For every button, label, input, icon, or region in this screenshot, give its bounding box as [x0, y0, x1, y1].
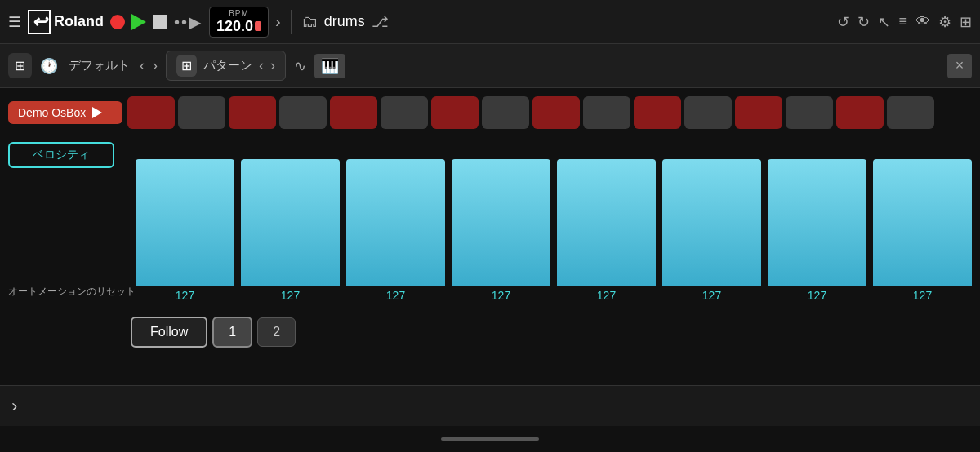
track-play-icon[interactable]: [92, 107, 102, 118]
velocity-column-6[interactable]: 127: [662, 139, 761, 302]
velocity-bar-4: [452, 159, 550, 286]
bpm-indicator: [255, 21, 261, 31]
share-icon[interactable]: ⎇: [372, 13, 389, 31]
bpm-value-row: 120.0: [216, 18, 261, 35]
velocity-value-6: 127: [702, 289, 721, 302]
velocity-value-1: 127: [176, 289, 194, 302]
stop-button[interactable]: [153, 15, 167, 29]
scroll-bar[interactable]: [441, 437, 539, 441]
velocity-column-5[interactable]: 127: [557, 139, 656, 302]
reset-label: オートメーションのリセット: [8, 285, 136, 302]
wave-icon[interactable]: ∿: [294, 57, 306, 75]
preset-name: デフォルト: [66, 58, 131, 73]
bottom-bar: ›: [0, 385, 980, 426]
cursor-icon[interactable]: ↖: [878, 13, 890, 31]
preset-next-button[interactable]: ›: [153, 57, 158, 74]
divider-1: [291, 10, 292, 34]
velocity-bar-7: [768, 159, 866, 286]
velocity-column-3[interactable]: 127: [346, 139, 445, 302]
step-pad-10[interactable]: [583, 96, 630, 129]
roland-text: Roland: [54, 13, 104, 30]
step-sequencer-row: Demo OsBox: [8, 96, 972, 129]
follow-row: Follow 1 2: [8, 308, 972, 356]
grid-view-icon[interactable]: ⊞: [960, 13, 972, 31]
bpm-chevron-right[interactable]: ›: [275, 12, 281, 31]
toolbar-right: ↺ ↻ ↖ ≡ 👁 ⚙ ⊞: [837, 13, 972, 31]
velocity-bar-3: [346, 159, 445, 286]
velocity-value-3: 127: [386, 289, 405, 302]
pattern-prev-button[interactable]: ‹: [259, 57, 264, 74]
expand-icon[interactable]: ›: [11, 396, 17, 417]
step-pad-14[interactable]: [786, 96, 833, 129]
velocity-bars: 127127127127127127127127: [136, 139, 972, 302]
track-label[interactable]: Demo OsBox: [8, 101, 122, 124]
eye-icon[interactable]: 👁: [915, 13, 930, 30]
velocity-tag[interactable]: ベロシティ: [8, 142, 114, 168]
scroll-indicator: [0, 426, 980, 452]
step-pad-6[interactable]: [381, 96, 428, 129]
velocity-bar-2: [241, 159, 340, 286]
redo-button[interactable]: ↻: [858, 13, 870, 31]
pattern-next-button[interactable]: ›: [270, 57, 275, 74]
undo-button[interactable]: ↺: [837, 13, 849, 31]
step-pad-8[interactable]: [482, 96, 529, 129]
velocity-column-1[interactable]: 127: [136, 139, 234, 302]
step-forward-icon[interactable]: ••▶: [174, 12, 203, 32]
step-pad-11[interactable]: [634, 96, 681, 129]
step-pads: [127, 96, 934, 129]
close-button[interactable]: ×: [947, 54, 972, 78]
step-pad-16[interactable]: [887, 96, 934, 129]
clock-icon[interactable]: 🕐: [40, 57, 58, 75]
velocity-section: ベロシティ オートメーションのリセット 12712712712712712712…: [8, 139, 972, 302]
velocity-bar-8: [873, 159, 972, 286]
step-pad-12[interactable]: [684, 96, 732, 129]
velocity-value-7: 127: [808, 289, 826, 302]
pattern-grid-icon[interactable]: ⊞: [176, 55, 197, 77]
bpm-number: 120.0: [216, 18, 253, 35]
record-button[interactable]: [110, 15, 125, 29]
step-pad-4[interactable]: [279, 96, 327, 129]
main-content: Demo OsBox ベロシティ オートメーションのリセット 127127127…: [0, 88, 980, 385]
step-pad-1[interactable]: [127, 96, 175, 129]
preset-prev-button[interactable]: ‹: [140, 57, 145, 74]
velocity-column-4[interactable]: 127: [452, 139, 550, 302]
step-pad-13[interactable]: [735, 96, 782, 129]
velocity-value-8: 127: [913, 289, 932, 302]
velocity-bar-6: [662, 159, 761, 286]
velocity-label-box: ベロシティ オートメーションのリセット: [8, 139, 136, 302]
pattern-label: パターン: [203, 58, 252, 73]
velocity-bar-5: [557, 159, 656, 286]
step-pad-5[interactable]: [330, 96, 377, 129]
follow-button[interactable]: Follow: [131, 317, 207, 348]
bpm-label: BPM: [229, 9, 249, 18]
r-brand-icon: ↩: [28, 10, 51, 34]
project-name[interactable]: drums: [324, 13, 365, 30]
step-pad-7[interactable]: [431, 96, 479, 129]
roland-logo: ↩ Roland: [28, 10, 104, 34]
folder-icon[interactable]: 🗂: [301, 12, 318, 31]
page-2-button[interactable]: 2: [257, 317, 296, 347]
velocity-column-7[interactable]: 127: [768, 139, 866, 302]
step-pad-3[interactable]: [229, 96, 276, 129]
play-button[interactable]: [131, 14, 146, 30]
step-pad-2[interactable]: [178, 96, 225, 129]
page-1-button[interactable]: 1: [212, 317, 252, 348]
velocity-value-2: 127: [281, 289, 300, 302]
track-name: Demo OsBox: [18, 106, 86, 119]
velocity-value-5: 127: [597, 289, 616, 302]
velocity-value-4: 127: [492, 289, 510, 302]
piano-icon[interactable]: 🎹: [314, 54, 345, 78]
pattern-section: ⊞ パターン ‹ ›: [166, 51, 286, 81]
second-toolbar: ⊞ 🕐 デフォルト ‹ › ⊞ パターン ‹ › ∿ 🎹 ×: [0, 44, 980, 88]
bpm-display[interactable]: BPM 120.0: [209, 7, 269, 38]
velocity-column-2[interactable]: 127: [241, 139, 340, 302]
velocity-column-8[interactable]: 127: [873, 139, 972, 302]
list-icon[interactable]: ≡: [898, 13, 907, 30]
step-pad-15[interactable]: [836, 96, 884, 129]
sliders-icon[interactable]: ⚙: [938, 13, 951, 31]
velocity-bar-1: [136, 159, 234, 286]
grid-toggle-button[interactable]: ⊞: [8, 53, 32, 78]
menu-icon[interactable]: ☰: [8, 13, 21, 31]
step-pad-9[interactable]: [532, 96, 580, 129]
top-toolbar: ☰ ↩ Roland ••▶ BPM 120.0 › 🗂 drums ⎇ ↺ ↻…: [0, 0, 980, 44]
